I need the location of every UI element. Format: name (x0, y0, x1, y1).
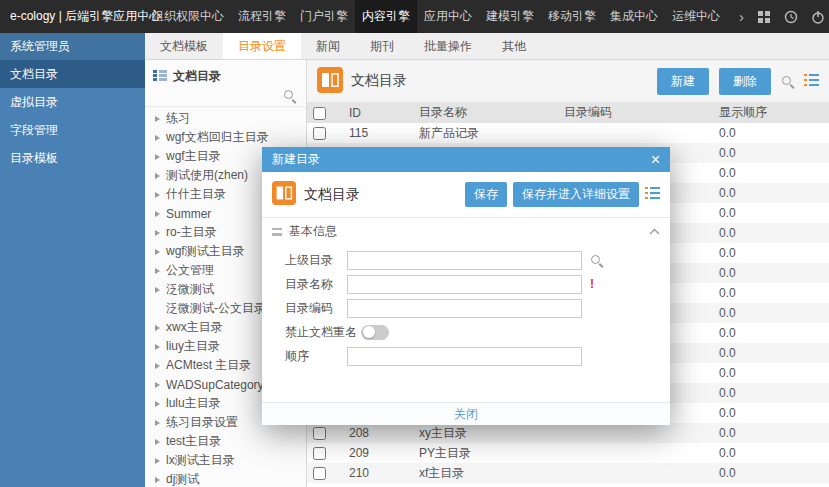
expand-arrow-icon[interactable] (155, 230, 166, 236)
row-checkbox[interactable] (313, 447, 326, 460)
top-menu-item[interactable]: 移动引擎 (541, 0, 603, 33)
tree-item-label: dj测试 (166, 471, 199, 487)
cell-order: 0.0 (713, 403, 829, 423)
select-all-checkbox[interactable] (313, 107, 326, 120)
sidebar-item[interactable]: 虚拟目录 (0, 88, 145, 116)
field-input[interactable] (347, 299, 582, 318)
expand-arrow-icon[interactable] (155, 439, 166, 445)
table-row: 210xf主目录0.0 (307, 463, 829, 483)
tab-bar: 文档模板目录设置新闻期刊批量操作其他 (145, 33, 829, 60)
toolbar-actions: 新建 删除 (657, 68, 819, 95)
toggle-switch[interactable] (361, 325, 389, 340)
expand-arrow-icon[interactable] (155, 192, 166, 198)
tree-item[interactable]: lx测试主目录 (145, 451, 306, 470)
expand-arrow-icon[interactable] (155, 420, 166, 426)
expand-arrow-icon[interactable] (155, 382, 166, 388)
close-link[interactable]: 关闭 (454, 406, 478, 423)
expand-arrow-icon[interactable] (155, 344, 166, 350)
field-label: 上级目录 (285, 252, 347, 269)
menu-overflow-arrow-icon[interactable]: › (739, 9, 744, 24)
top-menu-item[interactable]: 流程引擎 (231, 0, 293, 33)
tree-item-label: wgf主目录 (166, 148, 221, 165)
tree-item[interactable]: 练习 (145, 109, 306, 128)
expand-arrow-icon[interactable] (155, 401, 166, 407)
tree-item-label: wgf测试主目录 (166, 243, 245, 260)
page-title: 文档目录 (351, 72, 407, 90)
collapse-chevron-icon[interactable] (649, 228, 660, 235)
expand-arrow-icon[interactable] (155, 116, 166, 122)
field-input[interactable] (347, 275, 582, 294)
row-checkbox[interactable] (313, 427, 326, 440)
browse-search-icon[interactable] (590, 254, 603, 267)
apps-grid-icon[interactable] (757, 10, 771, 24)
tree-item-label: 泛微测试-公文目录 (166, 300, 266, 317)
save-button[interactable]: 保存 (465, 182, 507, 207)
cell-id: 209 (343, 443, 413, 463)
power-icon[interactable] (811, 10, 825, 24)
tab[interactable]: 其他 (487, 33, 541, 59)
column-header-code: 目录编码 (558, 102, 713, 123)
tree-item[interactable]: test主目录 (145, 432, 306, 451)
new-button[interactable]: 新建 (657, 68, 709, 95)
tree-item-label: WADSupCategory (166, 378, 264, 392)
view-list-icon[interactable] (645, 187, 660, 202)
sidebar-item[interactable]: 目录模板 (0, 144, 145, 172)
tree-item-label: 公文管理 (166, 262, 214, 279)
search-icon[interactable] (781, 75, 794, 88)
tab[interactable]: 批量操作 (409, 33, 487, 59)
tree-item-label: 练习目录设置 (166, 414, 238, 431)
top-menu-item[interactable]: 门户引擎 (293, 0, 355, 33)
top-menu-item[interactable]: 运维中心 (665, 0, 727, 33)
expand-arrow-icon[interactable] (155, 477, 166, 483)
tree-item-label: 什什主目录 (166, 186, 226, 203)
topbar-right: › (727, 0, 829, 33)
clock-icon[interactable] (784, 10, 798, 24)
tree-item[interactable]: dj测试 (145, 470, 306, 487)
field-input[interactable] (347, 251, 582, 270)
view-list-icon[interactable] (804, 74, 819, 89)
cell-name: PY主目录 (413, 443, 558, 463)
top-menu-item[interactable]: 组织权限中心 (145, 0, 231, 33)
tree-item[interactable]: wgf文档回归主目录 (145, 128, 306, 147)
cell-name: 新产品记录 (413, 123, 558, 143)
modal-header[interactable]: 新建目录 × (262, 147, 670, 172)
cell-order: 0.0 (713, 463, 829, 483)
top-menu-item[interactable]: 集成中心 (603, 0, 665, 33)
close-icon[interactable]: × (651, 152, 660, 168)
expand-arrow-icon[interactable] (155, 325, 166, 331)
tree-panel-title: 文档目录 (173, 68, 221, 85)
row-checkbox[interactable] (313, 467, 326, 480)
tree-item-label: test主目录 (166, 433, 221, 450)
delete-button[interactable]: 删除 (719, 68, 771, 95)
tab[interactable]: 新闻 (301, 33, 355, 59)
expand-arrow-icon[interactable] (155, 211, 166, 217)
sidebar-item[interactable]: 字段管理 (0, 116, 145, 144)
tree-search-icon[interactable] (283, 89, 296, 102)
topbar: e-cology | 后端引擎应用中心 组织权限中心流程引擎门户引擎内容引擎应用… (0, 0, 829, 33)
expand-arrow-icon[interactable] (155, 249, 166, 255)
field-input[interactable] (347, 347, 582, 366)
sidebar-item[interactable]: 文档目录 (0, 60, 145, 88)
tab[interactable]: 期刊 (355, 33, 409, 59)
column-header-name: 目录名称 (413, 102, 558, 123)
expand-arrow-icon[interactable] (155, 268, 166, 274)
save-and-detail-button[interactable]: 保存并进入详细设置 (513, 182, 639, 207)
top-menu-item[interactable]: 应用中心 (417, 0, 479, 33)
expand-arrow-icon[interactable] (155, 287, 166, 293)
row-checkbox[interactable] (313, 127, 326, 140)
cell-name: xy主目录 (413, 423, 558, 443)
top-menu-item[interactable]: 内容引擎 (355, 0, 417, 33)
expand-arrow-icon[interactable] (155, 154, 166, 160)
field-label: 目录名称 (285, 276, 347, 293)
cell-order: 0.0 (713, 303, 829, 323)
brand-logo: e-cology | 后端引擎应用中心 (0, 0, 145, 33)
expand-arrow-icon[interactable] (155, 173, 166, 179)
top-menu-item[interactable]: 建模引擎 (479, 0, 541, 33)
expand-arrow-icon[interactable] (155, 135, 166, 141)
expand-arrow-icon[interactable] (155, 458, 166, 464)
expand-arrow-icon[interactable] (155, 363, 166, 369)
new-catalog-modal: 新建目录 × 文档目录 保存 保存并进入详细设置 基本信息 上级目录目录名称!目… (262, 147, 670, 425)
tab[interactable]: 目录设置 (223, 33, 301, 59)
tab[interactable]: 文档模板 (145, 33, 223, 59)
section-basic-info[interactable]: 基本信息 (262, 217, 670, 245)
